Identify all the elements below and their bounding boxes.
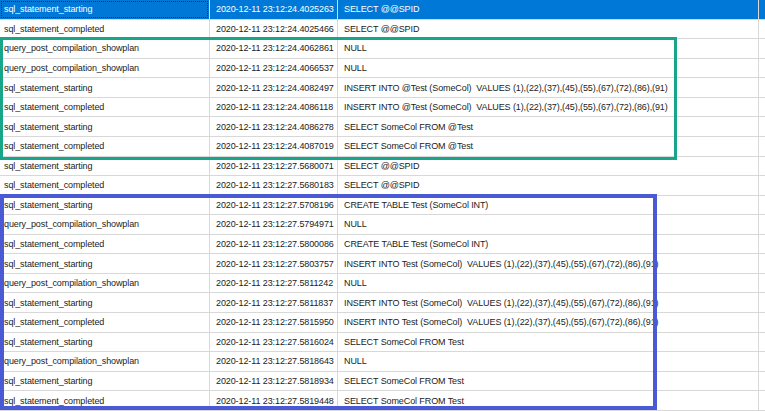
event-name-cell[interactable]: sql_statement_starting bbox=[0, 157, 209, 176]
table-row[interactable]: query_post_compilation_showplan 2020-12-… bbox=[0, 59, 765, 79]
timestamp-cell[interactable]: 2020-12-11 23:12:27.5794971 bbox=[209, 215, 337, 234]
table-row[interactable]: query_post_compilation_showplan 2020-12-… bbox=[0, 39, 765, 59]
timestamp-cell[interactable]: 2020-12-11 23:12:24.4086118 bbox=[209, 98, 337, 117]
event-name-cell[interactable]: sql_statement_starting bbox=[0, 254, 209, 273]
table-row[interactable]: sql_statement_completed 2020-12-11 23:12… bbox=[0, 313, 765, 333]
extra-cell bbox=[758, 176, 765, 195]
statement-cell[interactable]: INSERT INTO @Test (SomeCol) VALUES (1),(… bbox=[337, 78, 758, 97]
statement-cell[interactable]: SELECT SomeCol FROM Test bbox=[337, 333, 758, 352]
timestamp-cell[interactable]: 2020-12-11 23:12:27.5816024 bbox=[209, 333, 337, 352]
timestamp-cell[interactable]: 2020-12-11 23:12:24.4025466 bbox=[209, 20, 337, 39]
table-row[interactable]: sql_statement_starting 2020-12-11 23:12:… bbox=[0, 78, 765, 98]
event-name-cell[interactable]: sql_statement_completed bbox=[0, 313, 209, 332]
event-name-cell[interactable]: sql_statement_completed bbox=[0, 235, 209, 254]
timestamp-cell[interactable]: 2020-12-11 23:12:24.4086278 bbox=[209, 117, 337, 136]
extra-cell bbox=[758, 372, 765, 391]
event-name-cell[interactable]: sql_statement_completed bbox=[0, 137, 209, 156]
timestamp-cell[interactable]: 2020-12-11 23:12:27.5811242 bbox=[209, 274, 337, 293]
timestamp-cell[interactable]: 2020-12-11 23:12:27.5803757 bbox=[209, 254, 337, 273]
table-row[interactable]: sql_statement_completed 2020-12-11 23:12… bbox=[0, 235, 765, 255]
table-row[interactable]: query_post_compilation_showplan 2020-12-… bbox=[0, 274, 765, 294]
extra-cell bbox=[758, 0, 765, 19]
event-name-cell[interactable]: sql_statement_starting bbox=[0, 293, 209, 312]
timestamp-cell[interactable]: 2020-12-11 23:12:27.5680071 bbox=[209, 157, 337, 176]
statement-cell[interactable]: SELECT @@SPID bbox=[337, 0, 758, 19]
statement-cell[interactable]: CREATE TABLE Test (SomeCol INT) bbox=[337, 235, 758, 254]
table-row[interactable]: sql_statement_starting 2020-12-11 23:12:… bbox=[0, 293, 765, 313]
extra-cell bbox=[758, 78, 765, 97]
event-name-cell[interactable]: sql_statement_starting bbox=[0, 196, 209, 215]
event-name-cell[interactable]: sql_statement_completed bbox=[0, 176, 209, 195]
statement-cell[interactable]: SELECT @@SPID bbox=[337, 176, 758, 195]
event-name-cell[interactable]: sql_statement_completed bbox=[0, 391, 209, 410]
extra-cell bbox=[758, 39, 765, 58]
extra-cell bbox=[758, 157, 765, 176]
timestamp-cell[interactable]: 2020-12-11 23:12:27.5819448 bbox=[209, 391, 337, 410]
statement-cell[interactable]: SELECT SomeCol FROM @Test bbox=[337, 137, 758, 156]
statement-cell[interactable]: SELECT SomeCol FROM Test bbox=[337, 372, 758, 391]
table-row[interactable]: sql_statement_completed 2020-12-11 23:12… bbox=[0, 391, 765, 411]
event-name-cell[interactable]: query_post_compilation_showplan bbox=[0, 59, 209, 78]
table-row[interactable]: sql_statement_completed 2020-12-11 23:12… bbox=[0, 98, 765, 118]
extra-cell bbox=[758, 333, 765, 352]
statement-cell[interactable]: NULL bbox=[337, 274, 758, 293]
table-row[interactable]: sql_statement_starting 2020-12-11 23:12:… bbox=[0, 0, 765, 20]
table-row[interactable]: sql_statement_starting 2020-12-11 23:12:… bbox=[0, 117, 765, 137]
statement-cell[interactable]: SELECT SomeCol FROM @Test bbox=[337, 117, 758, 136]
statement-cell[interactable]: INSERT INTO @Test (SomeCol) VALUES (1),(… bbox=[337, 98, 758, 117]
timestamp-cell[interactable]: 2020-12-11 23:12:27.5811837 bbox=[209, 293, 337, 312]
extra-cell bbox=[758, 235, 765, 254]
table-row[interactable]: sql_statement_starting 2020-12-11 23:12:… bbox=[0, 157, 765, 177]
extra-cell bbox=[758, 215, 765, 234]
timestamp-cell[interactable]: 2020-12-11 23:12:27.5818643 bbox=[209, 352, 337, 371]
statement-cell[interactable]: SELECT @@SPID bbox=[337, 20, 758, 39]
timestamp-cell[interactable]: 2020-12-11 23:12:27.5818934 bbox=[209, 372, 337, 391]
event-name-cell[interactable]: query_post_compilation_showplan bbox=[0, 274, 209, 293]
table-row[interactable]: query_post_compilation_showplan 2020-12-… bbox=[0, 215, 765, 235]
event-name-cell[interactable]: sql_statement_completed bbox=[0, 20, 209, 39]
table-row[interactable]: query_post_compilation_showplan 2020-12-… bbox=[0, 352, 765, 372]
statement-cell[interactable]: NULL bbox=[337, 59, 758, 78]
statement-cell[interactable]: INSERT INTO Test (SomeCol) VALUES (1),(2… bbox=[337, 293, 758, 312]
table-row[interactable]: sql_statement_starting 2020-12-11 23:12:… bbox=[0, 372, 765, 392]
extra-cell bbox=[758, 137, 765, 156]
timestamp-cell[interactable]: 2020-12-11 23:12:24.4062861 bbox=[209, 39, 337, 58]
statement-cell[interactable]: SELECT SomeCol FROM Test bbox=[337, 391, 758, 410]
table-row[interactable]: sql_statement_completed 2020-12-11 23:12… bbox=[0, 137, 765, 157]
statement-cell[interactable]: INSERT INTO Test (SomeCol) VALUES (1),(2… bbox=[337, 313, 758, 332]
extra-cell bbox=[758, 293, 765, 312]
statement-cell[interactable]: NULL bbox=[337, 215, 758, 234]
timestamp-cell[interactable]: 2020-12-11 23:12:24.4087019 bbox=[209, 137, 337, 156]
event-name-cell[interactable]: sql_statement_starting bbox=[0, 0, 209, 19]
timestamp-cell[interactable]: 2020-12-11 23:12:27.5815950 bbox=[209, 313, 337, 332]
event-name-cell[interactable]: query_post_compilation_showplan bbox=[0, 215, 209, 234]
event-table-body: sql_statement_starting 2020-12-11 23:12:… bbox=[0, 0, 765, 411]
event-name-cell[interactable]: sql_statement_starting bbox=[0, 78, 209, 97]
timestamp-cell[interactable]: 2020-12-11 23:12:27.5680183 bbox=[209, 176, 337, 195]
event-name-cell[interactable]: sql_statement_starting bbox=[0, 372, 209, 391]
extra-cell bbox=[758, 274, 765, 293]
statement-cell[interactable]: SELECT @@SPID bbox=[337, 157, 758, 176]
event-name-cell[interactable]: sql_statement_starting bbox=[0, 117, 209, 136]
extra-cell bbox=[758, 20, 765, 39]
event-name-cell[interactable]: sql_statement_completed bbox=[0, 98, 209, 117]
table-row[interactable]: sql_statement_starting 2020-12-11 23:12:… bbox=[0, 196, 765, 216]
extra-cell bbox=[758, 313, 765, 332]
table-row[interactable]: sql_statement_starting 2020-12-11 23:12:… bbox=[0, 333, 765, 353]
statement-cell[interactable]: NULL bbox=[337, 352, 758, 371]
event-name-cell[interactable]: query_post_compilation_showplan bbox=[0, 39, 209, 58]
timestamp-cell[interactable]: 2020-12-11 23:12:27.5708196 bbox=[209, 196, 337, 215]
statement-cell[interactable]: NULL bbox=[337, 39, 758, 58]
event-name-cell[interactable]: sql_statement_starting bbox=[0, 333, 209, 352]
statement-cell[interactable]: CREATE TABLE Test (SomeCol INT) bbox=[337, 196, 758, 215]
event-name-cell[interactable]: query_post_compilation_showplan bbox=[0, 352, 209, 371]
table-row[interactable]: sql_statement_completed 2020-12-11 23:12… bbox=[0, 20, 765, 40]
timestamp-cell[interactable]: 2020-12-11 23:12:27.5800086 bbox=[209, 235, 337, 254]
extra-cell bbox=[758, 196, 765, 215]
statement-cell[interactable]: INSERT INTO Test (SomeCol) VALUES (1),(2… bbox=[337, 254, 758, 273]
table-row[interactable]: sql_statement_completed 2020-12-11 23:12… bbox=[0, 176, 765, 196]
table-row[interactable]: sql_statement_starting 2020-12-11 23:12:… bbox=[0, 254, 765, 274]
timestamp-cell[interactable]: 2020-12-11 23:12:24.4066537 bbox=[209, 59, 337, 78]
timestamp-cell[interactable]: 2020-12-11 23:12:24.4025263 bbox=[209, 0, 337, 19]
timestamp-cell[interactable]: 2020-12-11 23:12:24.4082497 bbox=[209, 78, 337, 97]
